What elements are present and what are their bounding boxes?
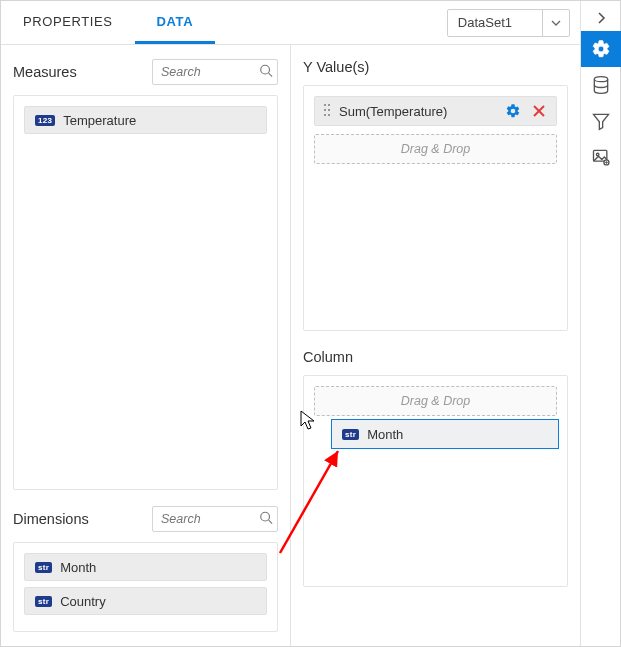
- dataset-selected-label: DataSet1: [448, 10, 543, 36]
- field-label: Temperature: [63, 113, 136, 128]
- svg-point-9: [328, 114, 330, 116]
- y-value-settings-button[interactable]: [504, 102, 522, 120]
- measures-search[interactable]: [152, 59, 278, 85]
- svg-point-8: [324, 114, 326, 116]
- dimensions-list: str Month str Country: [13, 542, 278, 632]
- field-label: Country: [60, 594, 106, 609]
- column-drop-hint[interactable]: Drag & Drop: [314, 386, 557, 416]
- svg-point-5: [328, 104, 330, 106]
- expand-sidebar-button[interactable]: [581, 5, 621, 31]
- yvalues-drop-hint[interactable]: Drag & Drop: [314, 134, 557, 164]
- svg-point-6: [324, 109, 326, 111]
- dimensions-search-input[interactable]: [152, 506, 278, 532]
- right-sidebar: [580, 1, 620, 646]
- y-value-label: Sum(Temperature): [339, 104, 496, 119]
- sidebar-filter-button[interactable]: [581, 103, 621, 139]
- field-label: Month: [60, 560, 96, 575]
- config-panel: PROPERTIES DATA DataSet1 Measures: [0, 0, 621, 647]
- gear-icon: [591, 39, 611, 59]
- string-type-badge: str: [35, 562, 52, 573]
- string-type-badge: str: [35, 596, 52, 607]
- body: Measures 123 Temperature: [1, 45, 580, 646]
- sidebar-image-button[interactable]: [581, 139, 621, 175]
- svg-point-12: [594, 77, 607, 82]
- dimension-field-country[interactable]: str Country: [24, 587, 267, 615]
- tab-data[interactable]: DATA: [135, 1, 216, 44]
- dimension-field-month[interactable]: str Month: [24, 553, 267, 581]
- chevron-down-icon: [543, 18, 569, 28]
- main-area: PROPERTIES DATA DataSet1 Measures: [1, 1, 580, 646]
- filter-icon: [591, 111, 611, 131]
- measures-search-input[interactable]: [152, 59, 278, 85]
- sidebar-data-button[interactable]: [581, 67, 621, 103]
- measures-list: 123 Temperature: [13, 95, 278, 490]
- y-value-remove-button[interactable]: [530, 102, 548, 120]
- measures-title: Measures: [13, 64, 77, 80]
- tab-strip: PROPERTIES DATA: [1, 1, 215, 44]
- yvalues-section: Y Value(s) Sum(Temperature): [303, 59, 568, 331]
- drag-handle-icon[interactable]: [323, 103, 331, 119]
- svg-point-7: [328, 109, 330, 111]
- top-bar: PROPERTIES DATA DataSet1: [1, 1, 580, 45]
- column-dropzone[interactable]: Drag & Drop: [303, 375, 568, 587]
- column-title: Column: [303, 349, 568, 365]
- sidebar-settings-button[interactable]: [581, 31, 621, 67]
- dimensions-search[interactable]: [152, 506, 278, 532]
- bindings-pane: Y Value(s) Sum(Temperature): [291, 45, 580, 646]
- measure-field-temperature[interactable]: 123 Temperature: [24, 106, 267, 134]
- tab-properties[interactable]: PROPERTIES: [1, 1, 135, 44]
- y-value-item[interactable]: Sum(Temperature): [314, 96, 557, 126]
- image-settings-icon: [591, 147, 611, 167]
- chevron-right-icon: [596, 12, 606, 24]
- fields-pane: Measures 123 Temperature: [1, 45, 291, 646]
- database-icon: [591, 75, 611, 95]
- measures-header: Measures: [13, 59, 278, 85]
- dataset-selector[interactable]: DataSet1: [447, 1, 570, 44]
- yvalues-dropzone[interactable]: Sum(Temperature) Drag & Drop: [303, 85, 568, 331]
- column-section: Column Drag & Drop: [303, 349, 568, 587]
- yvalues-title: Y Value(s): [303, 59, 568, 75]
- dimensions-title: Dimensions: [13, 511, 89, 527]
- dimensions-header: Dimensions: [13, 506, 278, 532]
- numeric-type-badge: 123: [35, 115, 55, 126]
- svg-point-4: [324, 104, 326, 106]
